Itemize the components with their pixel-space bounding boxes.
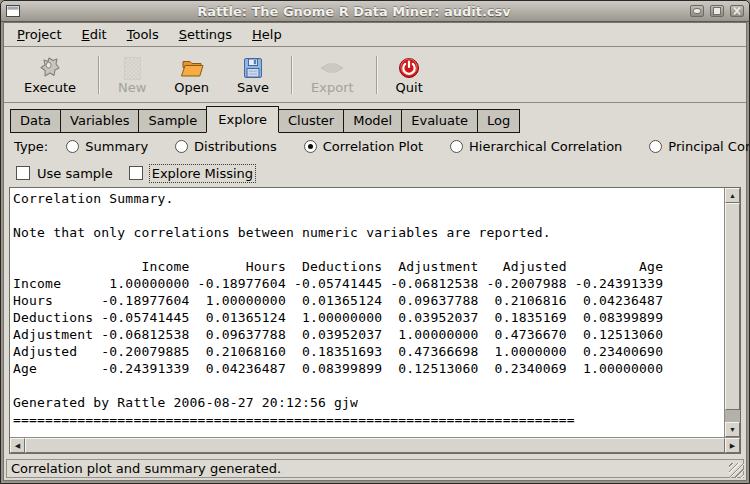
title-bar: Rattle: The Gnome R Data Miner: audit.cs… — [1, 1, 749, 22]
tab-log[interactable]: Log — [477, 109, 520, 133]
checkbox-icon[interactable] — [129, 166, 143, 180]
menu-item-edit[interactable]: Edit — [75, 24, 114, 45]
maximize-button[interactable] — [710, 5, 724, 17]
output-text[interactable]: Correlation Summary. Note that only corr… — [10, 188, 724, 437]
radio-button-icon[interactable] — [175, 140, 188, 153]
tab-evaluate[interactable]: Evaluate — [401, 109, 478, 133]
options-row: Use sampleExplore Missing — [4, 159, 746, 187]
minimize-button[interactable] — [690, 5, 704, 17]
type-label: Type: — [14, 139, 48, 154]
toolbar-separator — [98, 56, 100, 94]
menu-item-project[interactable]: Project — [10, 24, 69, 45]
toolbar-button-label: Open — [174, 80, 209, 95]
radio-button-icon[interactable] — [450, 140, 463, 153]
checkbox-label: Explore Missing — [150, 165, 255, 182]
arrow-up-icon: ▲ — [729, 192, 736, 199]
tab-sample[interactable]: Sample — [138, 109, 207, 133]
toolbar-button-label: Execute — [24, 80, 76, 95]
quit-power-icon — [397, 54, 421, 80]
vertical-scrollbar-thumb[interactable] — [725, 203, 740, 410]
scroll-left-button[interactable]: ◀ — [10, 438, 25, 453]
execute-button[interactable]: Execute — [16, 52, 84, 97]
quit-button[interactable]: Quit — [388, 52, 431, 97]
open-folder-icon — [180, 54, 204, 80]
status-box: Correlation plot and summary generated. — [6, 459, 744, 478]
save-floppy-icon — [241, 54, 265, 80]
window-menu-icon[interactable] — [6, 5, 20, 17]
minimize-icon — [691, 6, 703, 16]
radio-button-icon[interactable] — [66, 140, 79, 153]
vertical-scrollbar[interactable]: ▲ ▼ — [724, 188, 740, 437]
horizontal-scrollbar-thumb[interactable] — [25, 438, 725, 453]
checkbox-explore-missing[interactable]: Explore Missing — [129, 165, 255, 182]
close-button[interactable] — [730, 5, 744, 17]
tab-explore[interactable]: Explore — [206, 106, 279, 133]
arrow-down-icon: ▼ — [729, 426, 736, 433]
radio-hierarchical-correlation[interactable]: Hierarchical Correlation — [450, 139, 622, 154]
arrow-left-icon: ◀ — [15, 442, 20, 449]
toolbar-separator — [376, 56, 378, 94]
tab-bar: DataVariablesSampleExploreClusterModelEv… — [4, 103, 746, 133]
tab-variables[interactable]: Variables — [60, 109, 139, 133]
radio-button-icon[interactable] — [649, 140, 662, 153]
new-page-icon — [124, 54, 141, 80]
export-icon — [319, 54, 345, 80]
radio-principal-components[interactable]: Principal Components — [649, 139, 750, 154]
tab-model[interactable]: Model — [343, 109, 402, 133]
toolbar: ExecuteNewOpenSaveExportQuit — [4, 47, 746, 103]
new-button: New — [110, 52, 154, 97]
status-bar: Correlation plot and summary generated. — [4, 457, 746, 480]
status-text: Correlation plot and summary generated. — [11, 461, 281, 476]
scroll-up-button[interactable]: ▲ — [725, 188, 740, 203]
menu-bar: ProjectEditToolsSettingsHelp — [4, 23, 746, 47]
scroll-right-button[interactable]: ▶ — [725, 438, 740, 453]
menu-item-settings[interactable]: Settings — [172, 24, 239, 45]
tab-data[interactable]: Data — [10, 109, 61, 133]
save-button[interactable]: Save — [229, 52, 277, 97]
radio-label: Principal Components — [668, 139, 750, 154]
toolbar-button-label: Export — [311, 80, 354, 95]
type-row: Type: SummaryDistributionsCorrelation Pl… — [4, 133, 746, 159]
maximize-icon — [711, 6, 723, 16]
radio-correlation-plot[interactable]: Correlation Plot — [304, 139, 423, 154]
export-button: Export — [303, 52, 362, 97]
toolbar-separator — [291, 56, 293, 94]
checkbox-icon[interactable] — [16, 166, 30, 180]
menu-item-tools[interactable]: Tools — [120, 24, 166, 45]
checkbox-label: Use sample — [37, 166, 113, 181]
radio-distributions[interactable]: Distributions — [175, 139, 277, 154]
radio-label: Summary — [85, 139, 148, 154]
resize-grip-icon[interactable] — [729, 463, 744, 478]
tab-cluster[interactable]: Cluster — [278, 109, 344, 133]
checkbox-use-sample[interactable]: Use sample — [16, 166, 113, 181]
horizontal-scrollbar[interactable]: ◀ ▶ — [10, 437, 740, 453]
radio-button-icon[interactable] — [304, 140, 317, 153]
menu-item-help[interactable]: Help — [245, 24, 289, 45]
scroll-down-button[interactable]: ▼ — [725, 422, 740, 437]
toolbar-button-label: New — [118, 80, 146, 95]
close-icon — [731, 6, 743, 16]
toolbar-button-label: Quit — [396, 80, 423, 95]
radio-label: Distributions — [194, 139, 277, 154]
radio-label: Correlation Plot — [323, 139, 423, 154]
app-window: Rattle: The Gnome R Data Miner: audit.cs… — [0, 0, 750, 484]
radio-label: Hierarchical Correlation — [469, 139, 622, 154]
output-frame: Correlation Summary. Note that only corr… — [9, 187, 741, 454]
client-area: ProjectEditToolsSettingsHelp ExecuteNewO… — [3, 22, 747, 481]
open-button[interactable]: Open — [166, 52, 217, 97]
window-title: Rattle: The Gnome R Data Miner: audit.cs… — [24, 4, 684, 19]
radio-summary[interactable]: Summary — [66, 139, 148, 154]
arrow-right-icon: ▶ — [730, 442, 735, 449]
toolbar-button-label: Save — [237, 80, 269, 95]
execute-gear-icon — [38, 54, 62, 80]
